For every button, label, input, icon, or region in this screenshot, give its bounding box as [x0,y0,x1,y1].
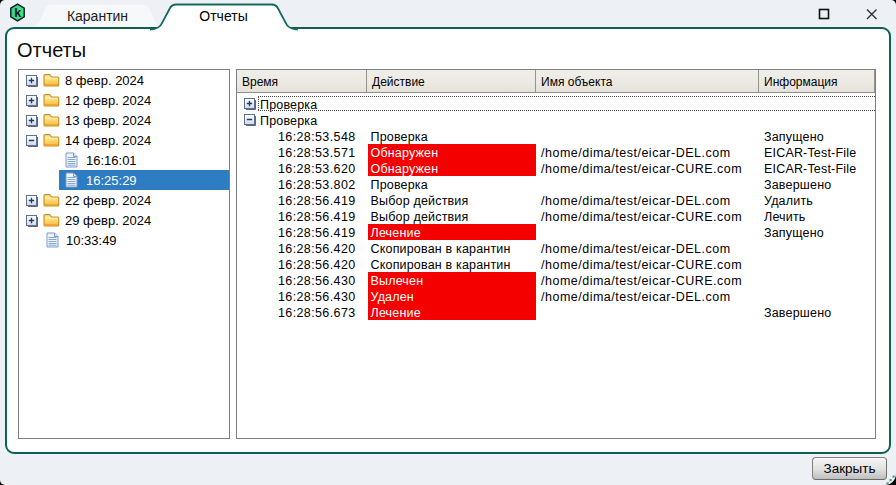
svg-text:Карантин: Карантин [67,8,128,24]
svg-text:Отчеты: Отчеты [199,8,247,24]
svg-text:k: k [14,6,21,20]
